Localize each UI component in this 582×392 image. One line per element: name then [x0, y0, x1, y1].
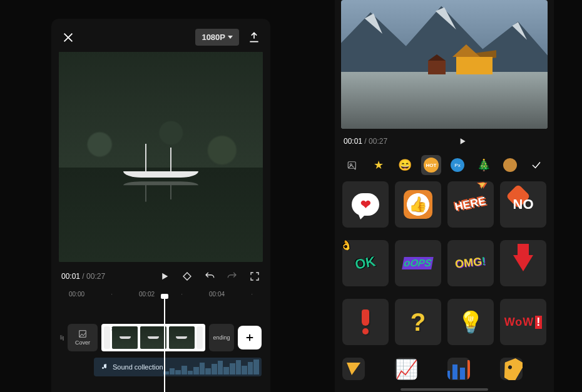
sticker-ok[interactable]: OK [342, 240, 389, 286]
editor-panel: 1080P 00:01 / 00:27 [51, 19, 270, 392]
ending-clip[interactable]: ending [209, 324, 234, 351]
sticker-player-bar: 00:01 / 00:27 [335, 129, 554, 151]
export-icon[interactable] [248, 31, 260, 44]
ending-label: ending [213, 334, 230, 341]
sticker-bolt[interactable] [342, 358, 365, 380]
time-current: 00:01 [61, 272, 80, 281]
add-clip-button[interactable] [238, 326, 262, 349]
sticker-oops[interactable]: oOPS [395, 240, 441, 286]
ruler-mark: 00:04 [209, 291, 225, 298]
top-right-controls: 1080P [195, 29, 260, 46]
confirm-icon[interactable] [526, 155, 546, 175]
play-icon[interactable] [457, 136, 467, 146]
close-icon[interactable] [61, 31, 75, 44]
sticker-no[interactable]: NO [500, 181, 546, 228]
video-clip[interactable]: 3.0s [101, 324, 205, 351]
clip-thumbnail [169, 326, 195, 349]
sticker-bulb[interactable]: 💡 [447, 299, 494, 345]
clip-thumbnail [140, 326, 166, 349]
sound-label: Sound collection [113, 363, 163, 371]
cat-star-icon[interactable]: ★ [369, 155, 389, 175]
time-display: 00:01 / 00:27 [344, 137, 387, 146]
sticker-growth[interactable]: 📈 [395, 358, 417, 380]
scroll-indicator [401, 388, 488, 391]
clip-thumbnail [112, 326, 138, 349]
time-display: 00:01 / 00:27 [61, 272, 105, 281]
ruler-mark: 00:00 [69, 291, 84, 298]
redo-icon[interactable] [227, 271, 238, 282]
time-total: 00:27 [369, 137, 387, 146]
keyframe-icon[interactable] [181, 271, 193, 282]
sticker-bars[interactable] [447, 358, 470, 380]
resolution-label: 1080P [202, 33, 225, 42]
resolution-button[interactable]: 1080P [195, 29, 239, 46]
cat-hot-icon[interactable]: HOT [421, 155, 441, 175]
video-track: lip Cover 3.0s ending [60, 324, 262, 351]
clip-truncated-left: lip [60, 334, 64, 341]
playhead[interactable] [164, 298, 165, 392]
editor-top-bar: 1080P [51, 19, 270, 52]
clip-handle-left[interactable] [104, 326, 110, 349]
time-total: 00:27 [86, 272, 105, 281]
sticker-tag[interactable] [500, 358, 523, 380]
chevron-down-icon [228, 36, 233, 39]
timeline[interactable]: lip Cover 3.0s ending [51, 298, 270, 376]
sticker-heart-bubble[interactable]: ❤ [342, 181, 389, 228]
cat-pixel-icon[interactable]: Px [447, 155, 467, 175]
sticker-wow[interactable]: WoW! [500, 299, 546, 345]
cat-add-image-icon[interactable] [342, 155, 362, 175]
sticker-arrow-down[interactable] [500, 240, 546, 286]
time-current: 00:01 [344, 137, 362, 146]
player-bar: 00:01 / 00:27 [51, 262, 270, 288]
sticker-nice-thumb[interactable]: 👍 [395, 181, 441, 228]
cover-button[interactable]: Cover [68, 324, 98, 351]
video-preview[interactable] [59, 52, 263, 262]
waveform [161, 358, 262, 376]
sticker-omg[interactable]: OMG [447, 240, 494, 286]
sticker-grid: ❤ 👍 HERE NO OK oOPS OMG ? 💡 [335, 181, 554, 392]
sticker-category-row: ★ 😄 HOT Px 🎄 [335, 151, 554, 181]
cat-coin-icon[interactable] [500, 155, 520, 175]
sticker-preview[interactable] [341, 0, 548, 129]
sound-collection-button[interactable]: Sound collection [94, 358, 262, 376]
small-house [428, 61, 446, 74]
sticker-exclaim[interactable] [342, 299, 389, 345]
audio-track: Sound collection [60, 358, 262, 376]
preview-scene [59, 52, 263, 262]
undo-icon[interactable] [204, 271, 215, 282]
sticker-panel: 00:01 / 00:27 ★ 😄 HOT Px 🎄 ❤ 👍 [335, 0, 554, 392]
sticker-question[interactable]: ? [395, 299, 441, 345]
cat-emoji-icon[interactable]: 😄 [395, 155, 415, 175]
play-icon[interactable] [159, 271, 170, 282]
sticker-here[interactable]: HERE [447, 181, 494, 228]
clip-handle-right[interactable] [197, 326, 203, 349]
cat-holiday-icon[interactable]: 🎄 [474, 155, 494, 175]
fullscreen-icon[interactable] [249, 271, 260, 282]
ruler-mark: 00:02 [139, 291, 155, 298]
yellow-house [452, 46, 496, 74]
cover-label: Cover [75, 339, 90, 346]
